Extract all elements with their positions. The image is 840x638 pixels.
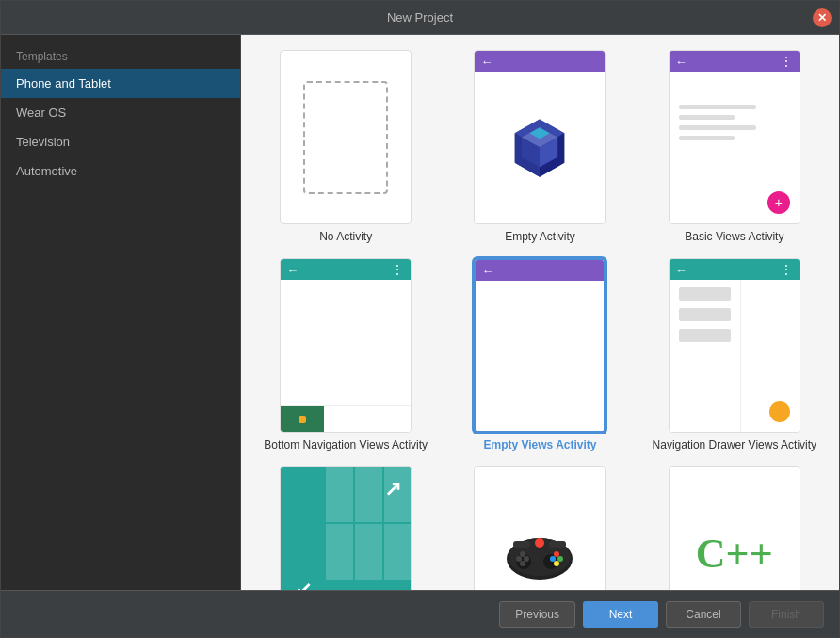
finish-button[interactable]: Finish: [749, 601, 824, 628]
phone-top-bar-empty: ←: [475, 51, 605, 72]
phone-mock-nav-drawer: ← ⋮: [670, 259, 800, 432]
phone-body-bottom-nav: [281, 280, 411, 405]
svg-point-13: [516, 556, 522, 562]
back-arrow-icon: ←: [480, 55, 493, 69]
bottom-nav-item-1: [281, 406, 324, 432]
dialog-title: New Project: [387, 10, 453, 25]
drawer-list-item-1: [679, 287, 731, 301]
svg-rect-20: [513, 541, 530, 548]
content-area: Templates Phone and Tablet Wear OS Telev…: [1, 35, 839, 590]
template-label-bottom-nav: Bottom Navigation Views Activity: [264, 438, 428, 451]
back-arrow-icon3: ←: [286, 263, 299, 277]
back-arrow-icon4: ←: [481, 264, 493, 278]
template-label-empty-activity: Empty Activity: [505, 230, 575, 243]
template-thumb-nav-drawer: ← ⋮: [669, 258, 800, 433]
template-thumb-native-cpp: C++: [669, 466, 800, 590]
drawer-fab: [769, 401, 790, 422]
svg-point-17: [550, 556, 556, 562]
template-card-empty-activity[interactable]: ←: [450, 50, 629, 243]
template-label-no-activity: No Activity: [319, 230, 372, 243]
grid-cell-6: [384, 524, 412, 579]
title-bar: New Project ✕: [1, 1, 839, 35]
sidebar-item-wear-os[interactable]: Wear OS: [1, 98, 240, 127]
drawer-list-item-2: [679, 308, 731, 321]
close-button[interactable]: ✕: [813, 8, 832, 27]
template-label-nav-drawer: Navigation Drawer Views Activity: [653, 438, 817, 451]
template-thumb-no-activity: [280, 50, 412, 224]
template-label-empty-views: Empty Views Activity: [483, 438, 596, 451]
phone-top-bar-bottom-nav: ← ⋮: [281, 259, 411, 280]
no-activity-icon: [303, 81, 388, 194]
phone-body-nav-drawer: [670, 280, 800, 432]
close-icon: ✕: [817, 11, 827, 25]
dialog-footer: Previous Next Cancel Finish: [1, 590, 839, 637]
phone-top-bar-empty-views: ←: [476, 260, 604, 281]
sidebar-item-television[interactable]: Television: [1, 127, 240, 156]
menu-dots-icon: ⋮: [780, 54, 794, 69]
back-arrow-icon5: ←: [675, 263, 687, 277]
basic-line-2: [679, 115, 735, 120]
svg-point-14: [524, 556, 529, 562]
diagonal-arrow-icon2: ↙: [295, 578, 312, 590]
template-card-game[interactable]: Game Activity: [450, 466, 629, 590]
phone-mock-bottom-nav: ← ⋮: [281, 259, 411, 432]
cancel-button[interactable]: Cancel: [666, 601, 741, 628]
template-card-native-cpp[interactable]: C++ Native C++ Activity: [645, 466, 824, 590]
bottom-nav-dot: [299, 416, 306, 423]
template-label-basic-views: Basic Views Activity: [685, 230, 783, 243]
template-thumb-empty-activity: ←: [474, 50, 606, 224]
new-project-dialog: New Project ✕ Templates Phone and Tablet…: [0, 0, 840, 638]
phone-body-empty: [475, 72, 605, 223]
cpp-text: C++: [696, 530, 773, 578]
grid-cell-4: [326, 524, 353, 579]
bottom-nav-bar: [281, 405, 411, 432]
svg-point-12: [520, 551, 525, 557]
grid-cell-2: [355, 467, 382, 522]
svg-rect-21: [549, 541, 566, 548]
svg-point-19: [554, 561, 559, 566]
sidebar: Templates Phone and Tablet Wear OS Telev…: [1, 35, 241, 590]
basic-line-4: [679, 136, 735, 140]
svg-point-18: [557, 556, 563, 562]
template-card-nav-drawer[interactable]: ← ⋮: [645, 258, 824, 451]
template-thumb-responsive: ↗ ↙: [280, 466, 412, 590]
template-card-basic-views[interactable]: ← ⋮ +: [645, 50, 824, 243]
sidebar-item-automotive[interactable]: Automotive: [1, 156, 240, 186]
fab-button-basic: +: [767, 191, 790, 214]
gamepad-icon: [502, 526, 577, 582]
template-card-responsive[interactable]: ↗ ↙ Responsive Views Activity: [256, 466, 435, 590]
template-card-no-activity[interactable]: No Activity: [256, 50, 435, 243]
phone-body-empty-views: [476, 281, 604, 431]
basic-line-3: [679, 125, 757, 130]
drawer-overlay: [670, 280, 741, 432]
svg-point-22: [535, 538, 544, 548]
menu-dots-icon2: ⋮: [391, 262, 405, 277]
bottom-nav-item-2: [324, 406, 367, 432]
grid-thumb: ↗ ↙: [281, 467, 411, 590]
sidebar-item-phone-and-tablet[interactable]: Phone and Tablet: [1, 69, 240, 98]
template-card-bottom-nav[interactable]: ← ⋮: [256, 258, 435, 451]
cube-icon: [507, 115, 573, 181]
next-button[interactable]: Next: [583, 601, 658, 628]
template-card-empty-views[interactable]: ← Empty Views Activity: [450, 258, 629, 451]
svg-point-16: [554, 551, 559, 557]
basic-lines: [679, 105, 790, 146]
template-thumb-basic-views: ← ⋮ +: [669, 50, 800, 224]
previous-button[interactable]: Previous: [499, 601, 575, 628]
phone-body-basic: +: [670, 72, 800, 223]
cpp-icon-area: C++: [670, 467, 800, 590]
phone-top-bar-nav-drawer: ← ⋮: [670, 259, 800, 280]
back-arrow-icon2: ←: [675, 55, 687, 69]
template-thumb-empty-views: ←: [474, 258, 606, 433]
grid-cell-1: [326, 467, 353, 522]
bottom-nav-item-3: [367, 406, 411, 432]
grid-cell-5: [355, 524, 382, 579]
drawer-list-item-3: [679, 329, 731, 342]
svg-point-15: [520, 561, 525, 566]
phone-top-bar-basic: ← ⋮: [670, 51, 800, 72]
menu-dots-icon3: ⋮: [780, 262, 794, 277]
template-thumb-game: [474, 466, 606, 590]
plus-icon: +: [775, 195, 783, 210]
game-thumb: [475, 467, 605, 590]
phone-mock-basic: ← ⋮ +: [670, 51, 800, 223]
